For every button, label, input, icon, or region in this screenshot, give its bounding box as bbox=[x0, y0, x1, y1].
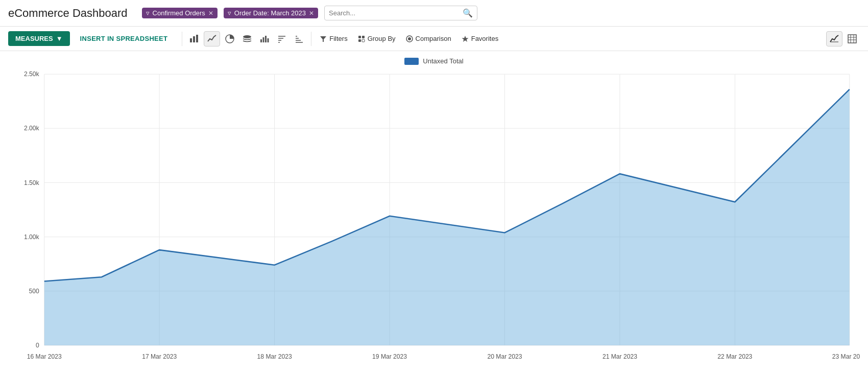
sort-desc-icon bbox=[277, 34, 286, 43]
svg-point-4 bbox=[243, 35, 251, 38]
legend-color bbox=[404, 58, 419, 65]
pivot-view-icon bbox=[848, 34, 857, 43]
svg-point-23 bbox=[408, 37, 411, 40]
search-box[interactable]: 🔍 bbox=[324, 6, 477, 20]
search-input[interactable] bbox=[329, 9, 460, 17]
filter-order-date[interactable]: ▿ Order Date: March 2023 ✕ bbox=[224, 8, 318, 18]
graph-view-button[interactable] bbox=[826, 31, 842, 46]
chart-fill-area bbox=[44, 89, 850, 345]
x-label-19mar: 19 Mar 2023 bbox=[372, 353, 407, 360]
sort-asc-button[interactable] bbox=[292, 32, 307, 46]
toolbar-divider-1 bbox=[182, 32, 182, 46]
x-label-22mar: 22 Mar 2023 bbox=[717, 353, 752, 360]
filters-icon bbox=[320, 35, 327, 42]
filter-funnel-icon-2: ▿ bbox=[228, 9, 231, 17]
toolbar-right bbox=[826, 31, 860, 46]
chart-area: Untaxed Total 0 500 bbox=[0, 51, 868, 375]
svg-rect-6 bbox=[263, 37, 264, 42]
y-label-1000: 1.00k bbox=[24, 233, 40, 241]
svg-rect-26 bbox=[848, 35, 856, 43]
y-label-500: 500 bbox=[29, 288, 39, 295]
favorites-button[interactable]: Favorites bbox=[457, 32, 502, 45]
svg-rect-19 bbox=[362, 36, 365, 38]
svg-rect-21 bbox=[362, 39, 365, 42]
line-chart-icon bbox=[207, 34, 216, 43]
favorites-icon bbox=[462, 35, 469, 42]
chart-container: 0 500 1.00k 1.50k 2.00k 2.50k 16 Mar 202… bbox=[8, 69, 860, 371]
filter-confirmed-orders-close[interactable]: ✕ bbox=[208, 10, 213, 16]
legend-label: Untaxed Total bbox=[423, 57, 463, 65]
svg-rect-7 bbox=[265, 36, 267, 42]
measures-label: MEASURES bbox=[15, 35, 53, 42]
page-title: eCommerce Dashboard bbox=[8, 7, 128, 20]
graph-view-icon bbox=[830, 34, 839, 43]
comparison-icon bbox=[406, 35, 413, 42]
stack-chart-button[interactable] bbox=[239, 32, 255, 46]
x-label-20mar: 20 Mar 2023 bbox=[487, 353, 522, 360]
svg-rect-20 bbox=[358, 39, 361, 42]
bar-chart-icon bbox=[189, 34, 199, 43]
filter-confirmed-orders[interactable]: ▿ Confirmed Orders ✕ bbox=[142, 8, 218, 18]
line-chart-button[interactable] bbox=[204, 31, 220, 46]
measures-button[interactable]: MEASURES ▼ bbox=[8, 31, 70, 46]
search-icon: 🔍 bbox=[463, 8, 473, 18]
stack-chart-icon bbox=[243, 34, 252, 43]
sort-asc-icon bbox=[295, 34, 304, 43]
filter-order-date-label: Order Date: March 2023 bbox=[234, 9, 306, 17]
groupby-icon bbox=[358, 35, 365, 42]
svg-rect-2 bbox=[196, 35, 198, 42]
x-label-21mar: 21 Mar 2023 bbox=[602, 353, 637, 360]
bar-chart-button[interactable] bbox=[186, 32, 202, 46]
x-label-17mar: 17 Mar 2023 bbox=[142, 353, 177, 360]
y-label-0: 0 bbox=[36, 342, 39, 349]
filters-button[interactable]: Filters bbox=[316, 32, 351, 45]
column-chart-button[interactable] bbox=[257, 32, 272, 46]
svg-rect-1 bbox=[193, 36, 195, 42]
comparison-button[interactable]: Comparison bbox=[402, 32, 455, 45]
column-chart-icon bbox=[260, 34, 269, 43]
pie-chart-icon bbox=[225, 34, 234, 43]
insert-spreadsheet-button[interactable]: INSERT IN SPREADSHEET bbox=[76, 33, 172, 44]
svg-rect-18 bbox=[358, 36, 361, 38]
x-label-23mar: 23 Mar 2023 bbox=[832, 353, 860, 360]
chart-legend: Untaxed Total bbox=[8, 57, 860, 65]
y-label-2500: 2.50k bbox=[24, 71, 40, 78]
measures-dropdown-icon: ▼ bbox=[56, 35, 63, 42]
toolbar: MEASURES ▼ INSERT IN SPREADSHEET bbox=[0, 27, 868, 51]
sort-desc-button[interactable] bbox=[274, 32, 290, 46]
svg-rect-0 bbox=[190, 38, 192, 42]
x-label-16mar: 16 Mar 2023 bbox=[27, 353, 62, 360]
header: eCommerce Dashboard ▿ Confirmed Orders ✕… bbox=[0, 0, 868, 27]
filter-funnel-icon-1: ▿ bbox=[146, 9, 150, 17]
svg-rect-5 bbox=[260, 39, 262, 42]
line-chart-svg: 0 500 1.00k 1.50k 2.00k 2.50k 16 Mar 202… bbox=[8, 69, 860, 371]
filter-order-date-close[interactable]: ✕ bbox=[309, 10, 314, 16]
svg-marker-24 bbox=[462, 36, 468, 42]
svg-rect-8 bbox=[268, 38, 269, 42]
filter-confirmed-orders-label: Confirmed Orders bbox=[153, 9, 205, 17]
toolbar-divider-2 bbox=[311, 32, 311, 46]
groupby-button[interactable]: Group By bbox=[354, 32, 400, 45]
y-label-2000: 2.00k bbox=[24, 125, 40, 132]
x-label-18mar: 18 Mar 2023 bbox=[257, 353, 292, 360]
pie-chart-button[interactable] bbox=[222, 32, 237, 46]
svg-marker-17 bbox=[320, 36, 326, 42]
y-label-1500: 1.50k bbox=[24, 179, 40, 186]
pivot-view-button[interactable] bbox=[845, 32, 860, 46]
